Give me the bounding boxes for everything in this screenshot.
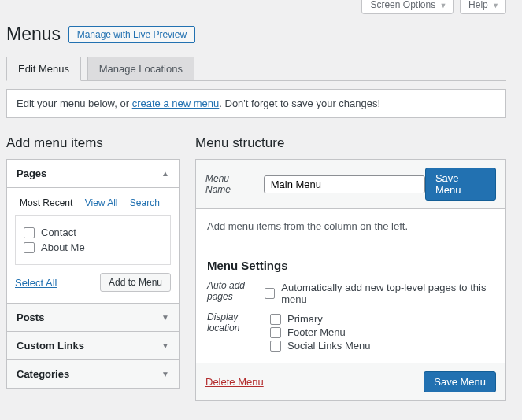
page-item-label: About Me <box>41 241 85 253</box>
notice-text-after: . Don't forget to save your changes! <box>219 98 380 109</box>
accordion-categories-title: Categories <box>17 368 69 380</box>
checkbox[interactable] <box>24 227 35 238</box>
pages-tab-all[interactable]: View All <box>80 194 123 212</box>
tab-edit-menus[interactable]: Edit Menus <box>6 57 81 81</box>
create-menu-link[interactable]: create a new menu <box>132 98 220 109</box>
location-primary[interactable]: Primary <box>270 313 371 325</box>
menu-name-input[interactable] <box>264 175 425 193</box>
chevron-down-icon: ▼ <box>161 370 169 378</box>
empty-menu-hint: Add menu items from the column on the le… <box>207 220 494 232</box>
menu-name-label: Menu Name <box>205 173 256 195</box>
menu-structure-heading: Menu structure <box>195 135 506 151</box>
location-label: Footer Menu <box>287 326 346 338</box>
info-notice: Edit your menu below, or create a new me… <box>6 89 506 118</box>
location-social[interactable]: Social Links Menu <box>270 340 371 352</box>
accordion-custom-links-header[interactable]: Custom Links ▼ <box>7 331 179 359</box>
checkbox[interactable] <box>265 288 275 299</box>
page-item-contact[interactable]: Contact <box>24 227 162 238</box>
save-menu-button-bottom[interactable]: Save Menu <box>424 371 496 392</box>
location-footer[interactable]: Footer Menu <box>270 326 371 338</box>
add-to-menu-button[interactable]: Add to Menu <box>100 273 171 292</box>
page-item-label: Contact <box>41 227 76 238</box>
chevron-down-icon: ▼ <box>492 2 499 9</box>
notice-text-before: Edit your menu below, or <box>17 98 132 109</box>
auto-add-option[interactable]: Automatically add new top-level pages to… <box>265 282 494 305</box>
checkbox[interactable] <box>270 341 281 352</box>
accordion-pages-header[interactable]: Pages ▲ <box>7 160 179 187</box>
pages-tab-recent[interactable]: Most Recent <box>15 194 77 212</box>
live-preview-button[interactable]: Manage with Live Preview <box>68 26 195 43</box>
screen-options-button[interactable]: Screen Options ▼ <box>361 0 454 14</box>
chevron-down-icon: ▼ <box>440 2 447 9</box>
chevron-down-icon: ▼ <box>161 341 169 350</box>
add-items-heading: Add menu items <box>6 135 180 151</box>
help-button[interactable]: Help ▼ <box>460 0 506 14</box>
accordion-posts-title: Posts <box>17 311 44 323</box>
accordion-posts-header[interactable]: Posts ▼ <box>7 303 179 331</box>
accordion-categories-header[interactable]: Categories ▼ <box>7 359 179 388</box>
screen-options-label: Screen Options <box>370 0 435 10</box>
tab-manage-locations[interactable]: Manage Locations <box>87 57 194 80</box>
location-label: Primary <box>287 313 323 325</box>
accordion-pages-title: Pages <box>17 168 46 179</box>
help-label: Help <box>468 0 488 10</box>
select-all-link[interactable]: Select All <box>15 277 57 289</box>
auto-add-text: Automatically add new top-level pages to… <box>281 282 494 305</box>
display-location-label: Display location <box>207 311 270 353</box>
checkbox[interactable] <box>24 242 35 253</box>
checkbox[interactable] <box>270 314 281 325</box>
page-title: Menus <box>6 24 61 45</box>
pages-tab-search[interactable]: Search <box>125 194 165 212</box>
location-label: Social Links Menu <box>287 340 371 352</box>
menu-settings-heading: Menu Settings <box>207 259 494 272</box>
accordion-custom-links-title: Custom Links <box>17 340 84 352</box>
delete-menu-link[interactable]: Delete Menu <box>205 376 264 388</box>
auto-add-label: Auto add pages <box>207 280 265 307</box>
checkbox[interactable] <box>270 327 281 338</box>
save-menu-button-top[interactable]: Save Menu <box>425 168 496 201</box>
chevron-up-icon: ▲ <box>161 169 169 178</box>
page-item-about[interactable]: About Me <box>24 241 162 253</box>
chevron-down-icon: ▼ <box>161 313 169 322</box>
